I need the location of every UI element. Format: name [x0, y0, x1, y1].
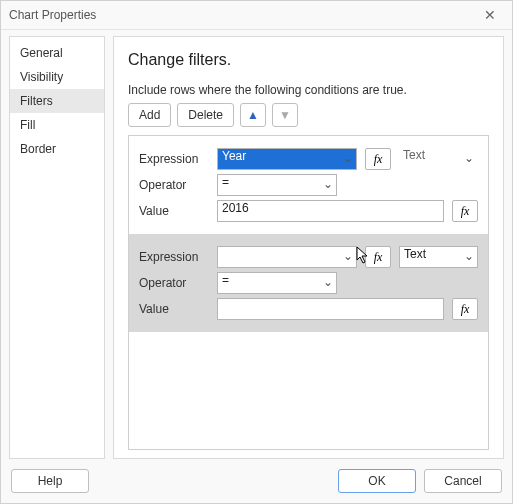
sidebar-item-border[interactable]: Border — [10, 137, 104, 161]
expression-combo[interactable]: Year ⌄ — [217, 148, 357, 170]
sidebar-item-fill[interactable]: Fill — [10, 113, 104, 137]
arrow-up-icon: ▲ — [247, 108, 259, 122]
filter-row: Expression Year ⌄ fx Text ⌄ Operator — [129, 136, 488, 234]
window-title: Chart Properties — [9, 8, 476, 22]
sidebar-item-filters[interactable]: Filters — [10, 89, 104, 113]
ok-button[interactable]: OK — [338, 469, 416, 493]
type-combo[interactable]: Text ⌄ — [399, 148, 478, 170]
fx-button[interactable]: fx — [365, 246, 391, 268]
dialog-body: General Visibility Filters Fill Border C… — [1, 30, 512, 459]
operator-label: Operator — [139, 276, 209, 290]
add-button[interactable]: Add — [128, 103, 171, 127]
page-description: Include rows where the following conditi… — [128, 83, 489, 97]
dialog-window: Chart Properties ✕ General Visibility Fi… — [0, 0, 513, 504]
operator-value: = — [217, 272, 337, 294]
operator-combo[interactable]: = ⌄ — [217, 272, 337, 294]
move-up-button[interactable]: ▲ — [240, 103, 266, 127]
help-button[interactable]: Help — [11, 469, 89, 493]
expression-input[interactable] — [217, 246, 357, 268]
sidebar-item-visibility[interactable]: Visibility — [10, 65, 104, 89]
sidebar: General Visibility Filters Fill Border — [9, 36, 105, 459]
sidebar-item-general[interactable]: General — [10, 41, 104, 65]
fx-button[interactable]: fx — [365, 148, 391, 170]
fx-button[interactable]: fx — [452, 200, 478, 222]
expression-label: Expression — [139, 152, 209, 166]
move-down-button[interactable]: ▼ — [272, 103, 298, 127]
arrow-down-icon: ▼ — [279, 108, 291, 122]
filter-row[interactable]: Expression ⌄ fx Text ⌄ Operator — [129, 234, 488, 332]
expression-input[interactable]: Year — [217, 148, 357, 170]
type-combo[interactable]: Text ⌄ — [399, 246, 478, 268]
value-input[interactable] — [217, 298, 444, 320]
main-panel: Change filters. Include rows where the f… — [113, 36, 504, 459]
filters-list: Expression Year ⌄ fx Text ⌄ Operator — [128, 135, 489, 450]
operator-value: = — [217, 174, 337, 196]
expression-combo[interactable]: ⌄ — [217, 246, 357, 268]
operator-combo[interactable]: = ⌄ — [217, 174, 337, 196]
titlebar: Chart Properties ✕ — [1, 1, 512, 29]
dialog-footer: Help OK Cancel — [1, 459, 512, 503]
type-value: Text — [399, 148, 478, 170]
close-icon[interactable]: ✕ — [476, 7, 504, 23]
value-label: Value — [139, 204, 209, 218]
type-value: Text — [399, 246, 478, 268]
value-input[interactable]: 2016 — [217, 200, 444, 222]
page-title: Change filters. — [128, 51, 489, 69]
fx-button[interactable]: fx — [452, 298, 478, 320]
expression-label: Expression — [139, 250, 209, 264]
filter-toolbar: Add Delete ▲ ▼ — [128, 103, 489, 127]
value-label: Value — [139, 302, 209, 316]
operator-label: Operator — [139, 178, 209, 192]
cancel-button[interactable]: Cancel — [424, 469, 502, 493]
delete-button[interactable]: Delete — [177, 103, 234, 127]
